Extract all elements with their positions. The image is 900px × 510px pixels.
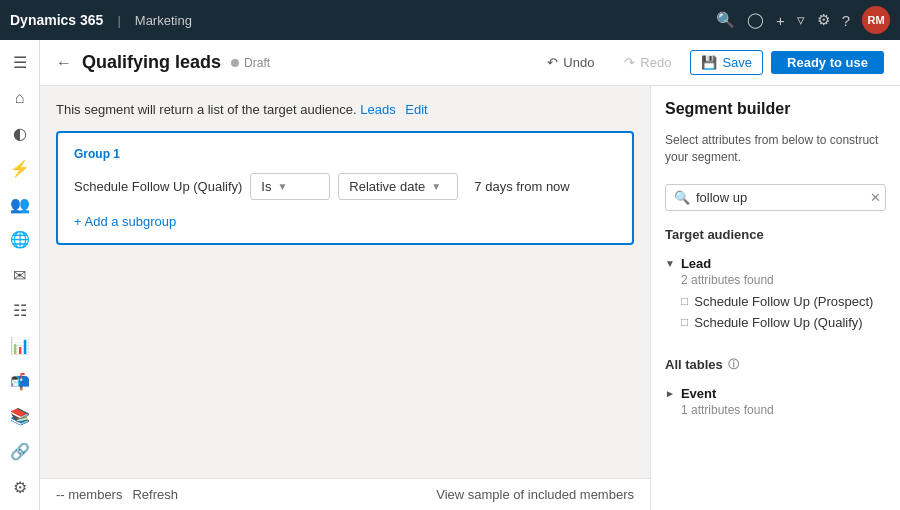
bottom-bar: -- members Refresh View sample of includ…	[40, 478, 650, 510]
status-dot	[231, 59, 239, 67]
ready-button[interactable]: Ready to use	[771, 51, 884, 74]
sidebar-icon-people[interactable]: 👥	[4, 190, 36, 219]
sb-lead-group: ▼ Lead 2 attributes found □ Schedule Fol…	[665, 256, 886, 333]
add-subgroup-button[interactable]: + Add a subgroup	[74, 214, 616, 229]
sidebar-icon-integrations[interactable]: 🔗	[4, 437, 36, 466]
sb-attribute-prospect[interactable]: □ Schedule Follow Up (Prospect)	[665, 291, 886, 312]
page-header: ← Qualifying leads Draft ↶ Undo ↷ Redo 💾…	[40, 40, 900, 86]
sb-target-audience-label: Target audience	[665, 227, 886, 242]
module-name: Marketing	[135, 13, 192, 28]
sb-attribute-qualify[interactable]: □ Schedule Follow Up (Qualify)	[665, 312, 886, 333]
event-count: 1 attributes found	[665, 403, 886, 417]
sidebar: ☰ ⌂ ◐ ⚡ 👥 🌐 ✉ ☷ 📊 📬 📚 🔗 ⚙	[0, 40, 40, 510]
help-icon[interactable]: ?	[842, 12, 850, 29]
sidebar-icon-analytics[interactable]: 📊	[4, 331, 36, 360]
nav-separator: |	[117, 13, 120, 28]
undo-icon: ↶	[547, 55, 558, 70]
operator-dropdown[interactable]: Is ▼	[250, 173, 330, 200]
redo-button[interactable]: ↷ Redo	[613, 50, 682, 75]
members-count: -- members	[56, 487, 122, 502]
sb-all-tables: All tables ⓘ	[665, 357, 886, 372]
refresh-link[interactable]: Refresh	[132, 487, 178, 502]
date-type-dropdown[interactable]: Relative date ▼	[338, 173, 458, 200]
event-chevron-icon: ►	[665, 388, 675, 399]
sb-event-group: ► Event 1 attributes found	[665, 386, 886, 421]
group-label: Group 1	[74, 147, 616, 161]
attribute-qualify-label: Schedule Follow Up (Qualify)	[694, 315, 862, 330]
info-bar: This segment will return a list of the t…	[56, 102, 634, 117]
save-button[interactable]: 💾 Save	[690, 50, 763, 75]
all-tables-label: All tables	[665, 357, 723, 372]
topnav-icon-group: 🔍 ◯ + ▿ ⚙ ? RM	[716, 6, 890, 34]
main-layout: ☰ ⌂ ◐ ⚡ 👥 🌐 ✉ ☷ 📊 📬 📚 🔗 ⚙ ← Qualifying l…	[0, 40, 900, 510]
date-value: 7 days from now	[466, 174, 577, 199]
operator-chevron: ▼	[277, 181, 287, 192]
sidebar-icon-settings[interactable]: ⚙	[4, 473, 36, 502]
sidebar-icon-lightning[interactable]: ⚡	[4, 154, 36, 183]
sb-description: Select attributes from below to construc…	[665, 132, 886, 166]
view-sample-link[interactable]: View sample of included members	[436, 487, 634, 502]
attribute-prospect-label: Schedule Follow Up (Prospect)	[694, 294, 873, 309]
sidebar-icon-menu[interactable]: ☰	[4, 48, 36, 77]
sb-search-box[interactable]: 🔍 ✕	[665, 184, 886, 211]
content-area: ← Qualifying leads Draft ↶ Undo ↷ Redo 💾…	[40, 40, 900, 510]
status-text: Draft	[244, 56, 270, 70]
info-text: This segment will return a list of the t…	[56, 102, 357, 117]
save-icon: 💾	[701, 55, 717, 70]
lead-group-label: Lead	[681, 256, 711, 271]
gear-icon[interactable]: ⚙	[817, 11, 830, 29]
brand-name: Dynamics 365	[10, 12, 103, 28]
condition-field-label: Schedule Follow Up (Qualify)	[74, 179, 242, 194]
sb-title: Segment builder	[665, 100, 886, 118]
sidebar-icon-library[interactable]: 📚	[4, 402, 36, 431]
header-actions: ↶ Undo ↷ Redo 💾 Save Ready to use	[536, 50, 884, 75]
group-box: Group 1 Schedule Follow Up (Qualify) Is …	[56, 131, 634, 245]
filter-icon[interactable]: ▿	[797, 11, 805, 29]
date-type-chevron: ▼	[431, 181, 441, 192]
sb-lead-group-header[interactable]: ▼ Lead	[665, 256, 886, 271]
undo-button[interactable]: ↶ Undo	[536, 50, 605, 75]
sidebar-icon-forms[interactable]: ☷	[4, 296, 36, 325]
sidebar-icon-recent[interactable]: ◐	[4, 119, 36, 148]
condition-row: Schedule Follow Up (Qualify) Is ▼ Relati…	[74, 173, 616, 200]
sb-search-input[interactable]	[696, 190, 864, 205]
page-title: Qualifying leads	[82, 52, 221, 73]
segment-builder-panel: Segment builder Select attributes from b…	[650, 86, 900, 510]
all-tables-info-icon[interactable]: ⓘ	[728, 357, 739, 372]
sidebar-icon-inbox[interactable]: 📬	[4, 367, 36, 396]
top-navigation: Dynamics 365 | Marketing 🔍 ◯ + ▿ ⚙ ? RM	[0, 0, 900, 40]
lead-chevron-icon: ▼	[665, 258, 675, 269]
sub-content: This segment will return a list of the t…	[40, 86, 900, 510]
sb-search-icon: 🔍	[674, 190, 690, 205]
attr-icon-prospect: □	[681, 294, 688, 308]
leads-link[interactable]: Leads	[360, 102, 395, 117]
segment-editor: This segment will return a list of the t…	[40, 86, 650, 510]
back-button[interactable]: ←	[56, 54, 72, 72]
plus-icon[interactable]: +	[776, 12, 785, 29]
search-icon[interactable]: 🔍	[716, 11, 735, 29]
attr-icon-qualify: □	[681, 315, 688, 329]
sidebar-icon-segments[interactable]: 🌐	[4, 225, 36, 254]
bell-icon[interactable]: ◯	[747, 11, 764, 29]
sb-event-group-header[interactable]: ► Event	[665, 386, 886, 401]
status-badge: Draft	[231, 56, 270, 70]
event-group-label: Event	[681, 386, 716, 401]
sidebar-icon-emails[interactable]: ✉	[4, 260, 36, 289]
redo-icon: ↷	[624, 55, 635, 70]
sidebar-icon-home[interactable]: ⌂	[4, 83, 36, 112]
avatar[interactable]: RM	[862, 6, 890, 34]
sb-clear-icon[interactable]: ✕	[870, 190, 881, 205]
edit-link[interactable]: Edit	[405, 102, 427, 117]
lead-count: 2 attributes found	[665, 273, 886, 287]
